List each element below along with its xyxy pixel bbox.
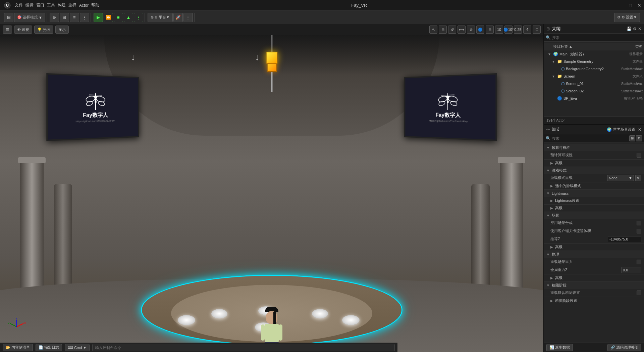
section-culling[interactable]: ▼ 粗阻阶段 — [544, 281, 644, 289]
scale-value[interactable]: 0.25 — [514, 26, 522, 34]
view-options-btn[interactable]: ☰ — [3, 26, 12, 34]
grid-btn[interactable]: ⊞ — [60, 13, 69, 22]
menu-file[interactable]: 文件 — [15, 2, 23, 8]
outliner-item-screen01[interactable]: ⬡ Screen_01 StaticMeshAct — [544, 80, 644, 87]
world-local-toggle[interactable]: ⊕ — [467, 26, 475, 34]
lighting-btn[interactable]: 💡 光照 — [34, 26, 53, 34]
outliner-search-input[interactable] — [552, 36, 642, 40]
outliner-settings-icon[interactable]: ⚙ — [633, 27, 637, 31]
menu-help[interactable]: 帮助 — [91, 2, 99, 8]
rotation-value[interactable]: 🔵 10° — [504, 26, 513, 34]
use-client-value — [637, 229, 641, 233]
section-advanced-4[interactable]: ▶ 高级 — [544, 274, 644, 281]
details-grid-view[interactable]: ⊞ — [629, 135, 635, 141]
play-btn[interactable]: ▶ — [94, 13, 103, 22]
section-culling-settings[interactable]: ▶ 粗阻阶段设置 — [544, 297, 644, 304]
culling-default-checkbox[interactable] — [637, 291, 641, 295]
section-game-mode[interactable]: ▼ 游戏模式 — [544, 167, 644, 174]
scale-tool[interactable]: ⟺ — [458, 26, 466, 34]
more-btn[interactable]: ⋮ — [80, 13, 89, 22]
floor-light-2 — [211, 309, 227, 318]
eject-btn[interactable]: ▲ — [124, 13, 133, 22]
content-drawer-btn[interactable]: 📂 内容侧滑单 — [3, 344, 33, 351]
outliner-item-main[interactable]: ▼ 🌍 Main（编辑器） 世界场景 — [544, 50, 644, 58]
outliner-item-screen02[interactable]: ⬡ Screen_02 StaticMeshAct — [544, 87, 644, 95]
section-advanced-3[interactable]: ▶ 高级 — [544, 243, 644, 251]
launch-btn[interactable]: 🚀 — [173, 13, 183, 22]
details-search-input[interactable] — [552, 136, 628, 140]
char-arm-left — [261, 324, 265, 341]
derive-data-btn[interactable]: 📊 派生数据 — [546, 344, 573, 351]
menu-tools[interactable]: 工具 — [47, 2, 55, 8]
cmd-btn[interactable]: ⌨ Cmd ▼ — [65, 344, 90, 351]
console-input[interactable] — [92, 344, 395, 351]
screen-right-title: Fay数字人 — [435, 112, 460, 119]
section-advanced-1[interactable]: ▶ 高级 — [544, 159, 644, 167]
cam-speed[interactable]: 4 — [523, 26, 531, 34]
perspective-btn[interactable]: 👁 透视 — [14, 26, 32, 34]
section-advanced-2[interactable]: ▶ 高级 — [544, 204, 644, 212]
close-btn[interactable]: ✕ — [637, 3, 641, 8]
details-settings[interactable]: ⚙ — [636, 135, 642, 141]
ue-logo[interactable]: U — [3, 1, 12, 10]
source-control-btn[interactable]: 🔗 源码管理关闭 — [607, 344, 641, 351]
section-scene[interactable]: ▼ 场景 — [544, 212, 644, 219]
outliner-save-icon[interactable]: 💾 — [627, 27, 632, 31]
settings-btn[interactable]: ⚙ ⚙ 设置▼ — [614, 13, 640, 22]
menu-select[interactable]: 选择 — [68, 2, 76, 8]
outliner-item-bg-geometry[interactable]: ⬡ BackgroundGeometry2 StaticMeshAct — [544, 65, 644, 73]
section-current-game-mode[interactable]: ▶ 选中的游戏模式 — [544, 182, 644, 189]
rotate-tool[interactable]: ↺ — [448, 26, 456, 34]
platform-more[interactable]: ⋮ — [183, 13, 193, 22]
outliner-item-bp-eva[interactable]: 🔵 BP_Eva 编辑BP_Eva — [544, 95, 644, 102]
align-btn[interactable]: ≡ — [70, 13, 79, 22]
status-bar: 📂 内容侧滑单 📄 输出日志 ⌨ Cmd ▼ — [0, 343, 397, 352]
display-btn[interactable]: 显示 — [55, 26, 69, 34]
maximize-viewport[interactable]: ⊡ — [533, 26, 541, 34]
char-torso — [265, 324, 279, 342]
pause-btn[interactable]: ⏩ — [104, 13, 113, 22]
grid-value[interactable]: 10 — [495, 26, 503, 34]
outliner-close-icon[interactable]: ✕ — [638, 27, 641, 31]
surface-snapping[interactable]: 🔵 — [476, 26, 484, 34]
override-gravity-checkbox[interactable] — [637, 260, 641, 264]
game-mode-refresh[interactable]: ↺ — [635, 175, 641, 181]
section-precomputed-vis[interactable]: ▼ 预算可视性 — [544, 144, 644, 151]
viewport-grid-toggle[interactable]: ⊞ — [486, 26, 494, 34]
precomputed-vis-checkbox[interactable] — [637, 153, 641, 158]
nudge-z-value — [608, 236, 641, 242]
screen-left-title: Fay数字人 — [83, 112, 108, 119]
mode-icon[interactable]: ⊞ — [4, 13, 13, 22]
snap-btn[interactable]: ⊕ — [50, 13, 59, 22]
minimize-btn[interactable]: — — [619, 3, 624, 8]
global-gravity-value — [621, 267, 641, 273]
outliner-footer: 191个Actor — [544, 116, 644, 124]
platform-btn[interactable]: ⊕ ⊕ 平台▼ — [148, 13, 173, 22]
scene-composite-checkbox[interactable] — [637, 221, 641, 225]
section-lightmass-settings[interactable]: ▶ Lightmass设置 — [544, 197, 644, 204]
svg-text:Z: Z — [16, 317, 17, 320]
maximize-btn[interactable]: □ — [629, 3, 632, 8]
floor-light-5 — [342, 315, 360, 325]
outliner-item-sample-geometry[interactable]: ▼ 📁 Sample Geometry 文件夹 — [544, 58, 644, 65]
section-lightmass[interactable]: ▼ Lightmass — [544, 189, 644, 197]
mode-btn[interactable]: 🎯 选择模式 ▼ — [14, 13, 45, 22]
more-play-btn[interactable]: ⋮ — [134, 13, 143, 22]
section-physics[interactable]: ▼ 物理 — [544, 251, 644, 258]
menu-edit[interactable]: 编辑 — [25, 2, 34, 8]
global-gravity-input[interactable] — [621, 267, 641, 273]
viewport[interactable]: ☰ 👁 透视 💡 光照 显示 ↖ ⊞ ↺ ⟺ ⊕ 🔵 ⊞ 10 — [0, 24, 543, 352]
output-log-btn[interactable]: 📄 输出日志 — [36, 344, 62, 351]
game-mode-dropdown[interactable]: None ▼ — [607, 175, 634, 181]
details-close-icon[interactable]: ✕ — [638, 127, 641, 132]
use-client-checkbox[interactable] — [637, 229, 641, 233]
lamp-body — [266, 52, 278, 63]
menu-build[interactable]: 构建 — [58, 2, 66, 8]
menu-actor[interactable]: Actor — [79, 3, 89, 8]
outliner-item-screen-folder[interactable]: ▼ 📁 Screen 文件夹 — [544, 73, 644, 80]
stop-btn[interactable]: ■ — [114, 13, 123, 22]
select-tool[interactable]: ↖ — [429, 26, 437, 34]
translate-tool[interactable]: ⊞ — [439, 26, 447, 34]
menu-window[interactable]: 窗口 — [36, 2, 44, 8]
nudge-z-input[interactable] — [608, 236, 641, 242]
